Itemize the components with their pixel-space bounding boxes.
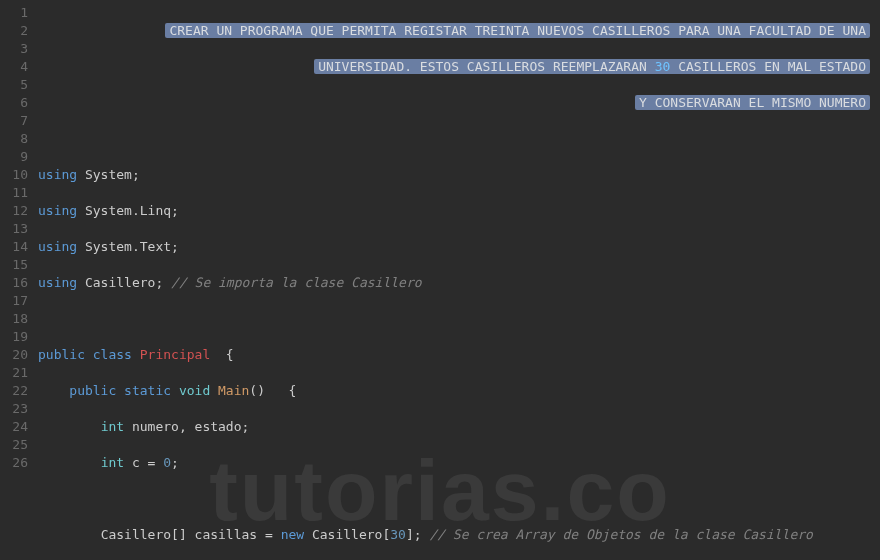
code-line — [38, 490, 870, 508]
code-line: Y CONSERVARAN EL MISMO NUMERO — [38, 94, 870, 112]
line-number: 4 — [0, 58, 28, 76]
line-number: 3 — [0, 40, 28, 58]
line-number: 6 — [0, 94, 28, 112]
line-number: 16 — [0, 274, 28, 292]
line-number: 11 — [0, 184, 28, 202]
code-line — [38, 130, 870, 148]
code-line: Casillero[] casillas = new Casillero[30]… — [38, 526, 870, 544]
code-line: using Casillero; // Se importa la clase … — [38, 274, 870, 292]
code-editor[interactable]: 1 2 3 4 5 6 7 8 9 10 11 12 13 14 15 16 1… — [0, 0, 880, 560]
line-number: 5 — [0, 76, 28, 94]
line-number: 23 — [0, 400, 28, 418]
line-number: 21 — [0, 364, 28, 382]
line-number: 2 — [0, 22, 28, 40]
line-number: 7 — [0, 112, 28, 130]
line-number: 19 — [0, 328, 28, 346]
line-number-gutter: 1 2 3 4 5 6 7 8 9 10 11 12 13 14 15 16 1… — [0, 4, 38, 560]
line-number: 9 — [0, 148, 28, 166]
code-line: using System.Text; — [38, 238, 870, 256]
comment-banner: Y CONSERVARAN EL MISMO NUMERO — [635, 95, 870, 110]
code-line: UNIVERSIDAD. ESTOS CASILLEROS REEMPLAZAR… — [38, 58, 870, 76]
code-line: public class Principal { — [38, 346, 870, 364]
line-number: 8 — [0, 130, 28, 148]
line-number: 1 — [0, 4, 28, 22]
line-number: 22 — [0, 382, 28, 400]
line-number: 12 — [0, 202, 28, 220]
code-line — [38, 310, 870, 328]
line-number: 24 — [0, 418, 28, 436]
line-number: 18 — [0, 310, 28, 328]
line-number: 14 — [0, 238, 28, 256]
code-line: int c = 0; — [38, 454, 870, 472]
code-line: int numero, estado; — [38, 418, 870, 436]
line-number: 10 — [0, 166, 28, 184]
code-line: using System.Linq; — [38, 202, 870, 220]
comment-banner: CREAR UN PROGRAMA QUE PERMITA REGISTAR T… — [165, 23, 870, 38]
line-number: 17 — [0, 292, 28, 310]
line-number: 26 — [0, 454, 28, 472]
comment-banner: UNIVERSIDAD. ESTOS CASILLEROS REEMPLAZAR… — [314, 59, 870, 74]
code-line: CREAR UN PROGRAMA QUE PERMITA REGISTAR T… — [38, 22, 870, 40]
line-number: 25 — [0, 436, 28, 454]
line-number: 15 — [0, 256, 28, 274]
line-number: 13 — [0, 220, 28, 238]
line-number: 20 — [0, 346, 28, 364]
code-line: using System; — [38, 166, 870, 184]
code-content[interactable]: CREAR UN PROGRAMA QUE PERMITA REGISTAR T… — [38, 4, 880, 560]
code-line: public static void Main() { — [38, 382, 870, 400]
